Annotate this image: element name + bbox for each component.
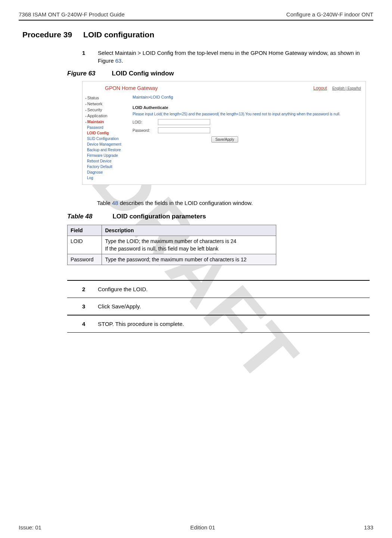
- nav-log[interactable]: Log: [85, 175, 129, 181]
- divider: [67, 332, 370, 333]
- loid-param-table: Field Description LOID Type the LOID; th…: [67, 225, 276, 265]
- loid-section-title: LOID Authenticate: [133, 105, 362, 110]
- step-1: 1 Select Maintain > LOID Config from the…: [82, 49, 370, 70]
- cell-loid-desc: Type the LOID; the maximum number of cha…: [102, 236, 276, 254]
- procedure-label: Procedure 39: [22, 30, 72, 39]
- step-3-number: 3: [82, 303, 87, 310]
- ss-body: Status Network Security Application Main…: [83, 93, 365, 184]
- divider: [67, 280, 370, 281]
- nav-security[interactable]: Security: [85, 107, 129, 113]
- page-footer: Issue: 01 Edition 01 133: [19, 520, 373, 531]
- nav-network[interactable]: Network: [85, 101, 129, 107]
- table-row: Password Type the password; the maximum …: [68, 254, 276, 265]
- nav-factory[interactable]: Factory Default: [85, 164, 129, 170]
- page-header: 7368 ISAM ONT G-240W-F Product Guide Con…: [19, 11, 373, 20]
- cell-password-field: Password: [68, 254, 102, 265]
- procedure-heading: Procedure 39 LOID configuration: [22, 30, 373, 39]
- logout-link[interactable]: Logout: [313, 85, 327, 91]
- nav-status[interactable]: Status: [85, 95, 129, 101]
- figure-label: Figure 63: [67, 70, 96, 77]
- step-4-text: STOP. This procedure is complete.: [98, 321, 184, 327]
- nav-password[interactable]: Password: [85, 125, 129, 130]
- divider: [67, 315, 370, 315]
- ss-main: Maintain>LOID Config LOID Authenticate P…: [131, 93, 365, 184]
- loid-input[interactable]: [158, 119, 210, 125]
- table-row: LOID Type the LOID; the maximum number o…: [68, 236, 276, 254]
- table-header-row: Field Description: [68, 225, 276, 236]
- nav-backup[interactable]: Backup and Restore: [85, 147, 129, 153]
- breadcrumb: Maintain>LOID Config: [133, 95, 362, 99]
- table-link[interactable]: 48: [112, 200, 118, 206]
- password-label: Password:: [133, 128, 155, 133]
- table-caption: LOID configuration parameters: [112, 213, 206, 220]
- step-3: 3 Click Save/Apply.: [82, 303, 373, 310]
- step-1-text: Select Maintain > LOID Config from the t…: [98, 49, 370, 65]
- header-left: 7368 ISAM ONT G-240W-F Product Guide: [19, 11, 125, 18]
- step-2: 2 Configure the LOID.: [82, 286, 373, 292]
- table-48-title: Table 48 LOID configuration parameters: [67, 213, 373, 220]
- nav-reboot[interactable]: Reboot Device: [85, 158, 129, 164]
- table-intro: Table 48 describes the fields in the LOI…: [97, 200, 373, 206]
- ss-app-title: GPON Home Gateway: [105, 85, 158, 91]
- nav-firmware[interactable]: Firmware Upgrade: [85, 153, 129, 158]
- footer-left: Issue: 01: [19, 524, 41, 531]
- table-intro-a: Table: [97, 200, 112, 206]
- nav-maintain[interactable]: Maintain: [85, 119, 129, 125]
- th-field: Field: [68, 225, 102, 236]
- password-input[interactable]: [158, 127, 210, 133]
- step-4-number: 4: [82, 321, 87, 327]
- step-2-text: Configure the LOID.: [98, 286, 147, 292]
- step-1-number: 1: [82, 49, 87, 65]
- ss-header-right: Logout English | Español: [313, 85, 361, 91]
- loid-config-screenshot: GPON Home Gateway Logout English | Españ…: [82, 81, 366, 185]
- page-container: 7368 ISAM ONT G-240W-F Product Guide Con…: [0, 0, 392, 538]
- loid-hint: Please input Loid( the length<25) and th…: [133, 112, 362, 116]
- figure-caption: LOID Config window: [112, 70, 174, 77]
- loid-row: LOID:: [133, 119, 362, 125]
- divider: [67, 298, 370, 298]
- step-3-text: Click Save/Apply.: [98, 303, 141, 310]
- th-description: Description: [102, 225, 276, 236]
- button-row: Save/Apply: [88, 136, 362, 143]
- step-2-number: 2: [82, 286, 87, 292]
- ss-header: GPON Home Gateway Logout English | Españ…: [83, 81, 365, 93]
- loid-desc-1: Type the LOID; the maximum number of cha…: [105, 238, 236, 244]
- footer-center: Edition 01: [190, 524, 215, 531]
- loid-label: LOID:: [133, 120, 155, 124]
- cell-loid-field: LOID: [68, 236, 102, 254]
- header-rule: [19, 20, 373, 21]
- figure-63-title: Figure 63 LOID Config window: [67, 70, 373, 77]
- cell-password-desc: Type the password; the maximum number of…: [102, 254, 276, 265]
- header-right: Configure a G-240W-F indoor ONT: [286, 11, 373, 18]
- table-intro-b: describes the fields in the LOID configu…: [118, 200, 253, 206]
- loid-desc-2: If the password is null, this field may …: [105, 246, 273, 252]
- nav-diagnose[interactable]: Diagnose: [85, 170, 129, 175]
- nav-loid-config[interactable]: LOID Config: [85, 130, 129, 136]
- step-4: 4 STOP. This procedure is complete.: [82, 321, 373, 327]
- save-apply-button[interactable]: Save/Apply: [211, 136, 239, 143]
- procedure-title-text: LOID configuration: [83, 30, 154, 39]
- language-switch[interactable]: English | Español: [332, 86, 361, 90]
- step-1-text-b: .: [121, 57, 123, 64]
- table-label: Table 48: [67, 213, 92, 220]
- nav-application[interactable]: Application: [85, 113, 129, 119]
- footer-right: 133: [364, 524, 373, 531]
- step-1-text-a: Select Maintain > LOID Config from the t…: [98, 50, 360, 64]
- figure-link[interactable]: 63: [115, 57, 122, 64]
- password-row: Password:: [133, 127, 362, 133]
